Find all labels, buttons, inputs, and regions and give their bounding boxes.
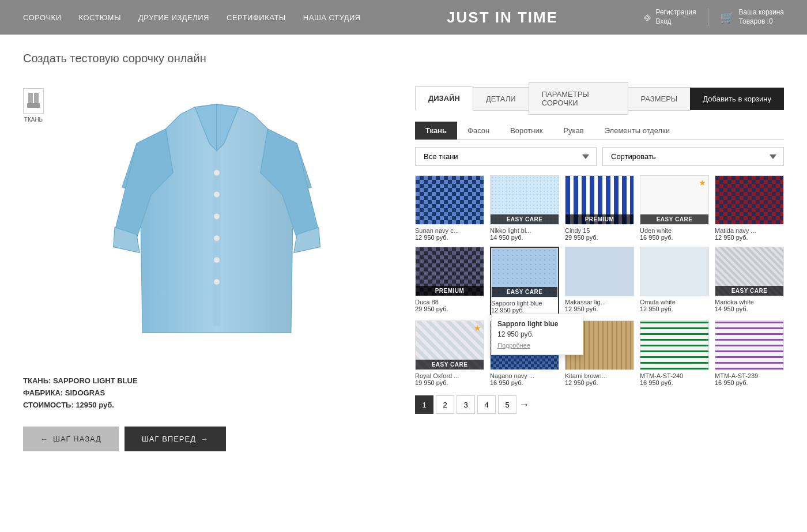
- fabric-card-8[interactable]: Makassar lig... 12 950 руб.: [565, 247, 634, 315]
- left-panel: ТКАНЬ: [23, 82, 404, 451]
- tab-design[interactable]: ДИЗАЙН: [415, 86, 473, 111]
- page-next-button[interactable]: →: [519, 399, 529, 411]
- main-nav: СОРОЧКИ КОСТЮМЫ ДРУГИЕ ИЗДЕЛИЯ СЕРТИФИКА…: [23, 13, 361, 22]
- popup-link[interactable]: Подробнее: [497, 342, 577, 349]
- subtab-style[interactable]: Фасон: [457, 122, 500, 139]
- cart-icon: 🛒: [720, 10, 734, 24]
- nav-studio[interactable]: НАША СТУДИЯ: [303, 13, 361, 22]
- fabric-label: ТКАНЬ:: [23, 376, 51, 385]
- page-content: Создать тестовую сорочку онлайн ТКАНЬ: [0, 35, 807, 469]
- fabric-card-7[interactable]: EASY CARE Sapporo light blue 12 950 руб.…: [490, 247, 559, 315]
- fabric-card-1[interactable]: Sunan navy c... 12 950 руб.: [415, 175, 484, 241]
- fabric-thumb: [565, 247, 634, 296]
- fabric-name: Marioka white: [715, 299, 784, 305]
- svg-point-6: [214, 213, 220, 219]
- back-arrow-icon: ←: [40, 435, 48, 443]
- header-divider: [708, 9, 708, 26]
- fabric-card-6[interactable]: PREMIUM Duca 88 29 950 руб.: [415, 247, 484, 315]
- fabric-thumb: EASY CARE: [490, 175, 559, 225]
- fabric-thumb: [415, 175, 484, 225]
- fabric-thumb: EASY CARE ★: [640, 175, 709, 225]
- pagination: 12345→: [415, 395, 784, 414]
- fabric-name: MTM-A-ST-239: [715, 372, 784, 379]
- fabric-price: 12 950 руб.: [415, 234, 484, 241]
- forward-label: ШАГ ВПЕРЕД: [142, 435, 196, 443]
- fabric-card-11[interactable]: EASY CARE ★ Royal Oxford ... 19 950 руб.: [415, 320, 484, 386]
- fabric-price: 12 950 руб.: [491, 307, 558, 314]
- login-action[interactable]: ⎆ Регистрация Вход: [644, 8, 696, 26]
- page-btn-4[interactable]: 4: [477, 395, 496, 414]
- fabric-sidebar-label: ТКАНЬ: [24, 116, 43, 123]
- fabric-price: 12 950 руб.: [715, 234, 784, 241]
- page-btn-1[interactable]: 1: [415, 395, 433, 414]
- main-layout: ТКАНЬ: [23, 82, 784, 451]
- fabric-badge: EASY CARE: [715, 286, 783, 296]
- fabric-badge: EASY CARE: [640, 214, 708, 224]
- fabric-price: 16 950 руб.: [640, 379, 709, 386]
- fabric-name: Nikko light bl...: [490, 227, 559, 234]
- fabric-info-row: ТКАНЬ: SAPPORO LIGHT BLUE: [23, 376, 404, 385]
- tab-sizes[interactable]: РАЗМЕРЫ: [628, 87, 691, 111]
- fabric-badge: PREMIUM: [416, 286, 484, 296]
- forward-button[interactable]: ШАГ ВПЕРЕД →: [125, 427, 226, 451]
- fabric-card-2[interactable]: EASY CARE Nikko light bl... 14 950 руб.: [490, 175, 559, 241]
- fabric-info: ТКАНЬ: SAPPORO LIGHT BLUE ФАБРИКА: SIDOG…: [23, 376, 404, 409]
- nav-certs[interactable]: СЕРТИФИКАТЫ: [227, 13, 286, 22]
- tab-details[interactable]: ДЕТАЛИ: [473, 87, 529, 111]
- fabric-name: Cindy 15: [565, 227, 634, 234]
- fabric-card-3[interactable]: PREMIUM Cindy 15 29 950 руб.: [565, 175, 634, 241]
- nav-shirts[interactable]: СОРОЧКИ: [23, 13, 62, 22]
- right-panel: ДИЗАЙН ДЕТАЛИ ПАРАМЕТРЫ СОРОЧКИ РАЗМЕРЫ …: [415, 82, 784, 451]
- site-title: JUST IN TIME: [447, 9, 558, 27]
- shirt-illustration: [96, 85, 338, 362]
- fabric-star-icon: ★: [474, 323, 481, 333]
- fabric-filter-select[interactable]: Все ткани: [415, 147, 597, 166]
- step-buttons: ← ШАГ НАЗАД ШАГ ВПЕРЕД →: [23, 427, 404, 451]
- popup-price: 12 950 руб.: [497, 330, 577, 338]
- fabric-svg-icon: [27, 93, 40, 109]
- fabric-thumb: EASY CARE ★: [415, 320, 484, 370]
- page-btn-2[interactable]: 2: [436, 395, 454, 414]
- add-to-cart-button[interactable]: Добавить в корзину: [690, 88, 784, 110]
- fabric-name: Makassar lig...: [565, 299, 634, 305]
- svg-rect-0: [28, 93, 33, 103]
- svg-point-7: [214, 235, 220, 241]
- subtab-collar[interactable]: Воротник: [500, 122, 553, 139]
- fabric-price: 29 950 руб.: [415, 305, 484, 312]
- page-btn-3[interactable]: 3: [457, 395, 475, 414]
- fabric-badge: EASY CARE: [491, 214, 559, 224]
- sub-tabs: Ткань Фасон Воротник Рукав Элементы отде…: [415, 122, 784, 140]
- fabric-badge: EASY CARE: [492, 287, 557, 297]
- cart-action[interactable]: 🛒 Ваша корзина Товаров :0: [720, 8, 784, 26]
- back-button[interactable]: ← ШАГ НАЗАД: [23, 427, 119, 451]
- nav-costumes[interactable]: КОСТЮМЫ: [79, 13, 121, 22]
- fabric-card-10[interactable]: EASY CARE Marioka white 14 950 руб.: [715, 247, 784, 315]
- factory-info-row: ФАБРИКА: SIDOGRAS: [23, 388, 404, 397]
- forward-arrow-icon: →: [201, 435, 209, 443]
- fabric-price: 29 950 руб.: [565, 234, 634, 241]
- fabric-value: SAPPORO LIGHT BLUE: [53, 376, 138, 385]
- subtab-sleeve[interactable]: Рукав: [553, 122, 594, 139]
- fabric-badge: PREMIUM: [565, 214, 633, 224]
- nav-other[interactable]: ДРУГИЕ ИЗДЕЛИЯ: [138, 13, 209, 22]
- fabric-card-4[interactable]: EASY CARE ★ Uden white 16 950 руб.: [640, 175, 709, 241]
- tab-params[interactable]: ПАРАМЕТРЫ СОРОЧКИ: [529, 82, 628, 115]
- fabric-name: Sunan navy c...: [415, 227, 484, 234]
- fabric-card-15[interactable]: MTM-A-ST-239 16 950 руб.: [715, 320, 784, 386]
- fabric-price: 16 950 руб.: [715, 379, 784, 386]
- page-title: Создать тестовую сорочку онлайн: [23, 52, 784, 65]
- fabric-thumb: EASY CARE: [715, 247, 784, 296]
- header-actions: ⎆ Регистрация Вход 🛒 Ваша корзина Товаро…: [644, 8, 784, 26]
- subtab-fabric[interactable]: Ткань: [415, 122, 457, 139]
- fabric-card-5[interactable]: Matida navy ... 12 950 руб.: [715, 175, 784, 241]
- subtab-trim[interactable]: Элементы отделки: [594, 122, 680, 139]
- login-icon: ⎆: [644, 11, 651, 24]
- fabric-card-9[interactable]: Omuta white 12 950 руб.: [640, 247, 709, 315]
- fabric-card-14[interactable]: MTM-A-ST-240 16 950 руб.: [640, 320, 709, 386]
- fabric-grid: Sunan navy c... 12 950 руб. EASY CARE Ni…: [415, 175, 784, 386]
- fabric-price: 16 950 руб.: [490, 379, 559, 386]
- login-sub[interactable]: Вход: [655, 17, 696, 27]
- fabric-icon[interactable]: [23, 88, 44, 114]
- page-btn-5[interactable]: 5: [498, 395, 516, 414]
- sort-select[interactable]: Сортировать: [602, 147, 784, 166]
